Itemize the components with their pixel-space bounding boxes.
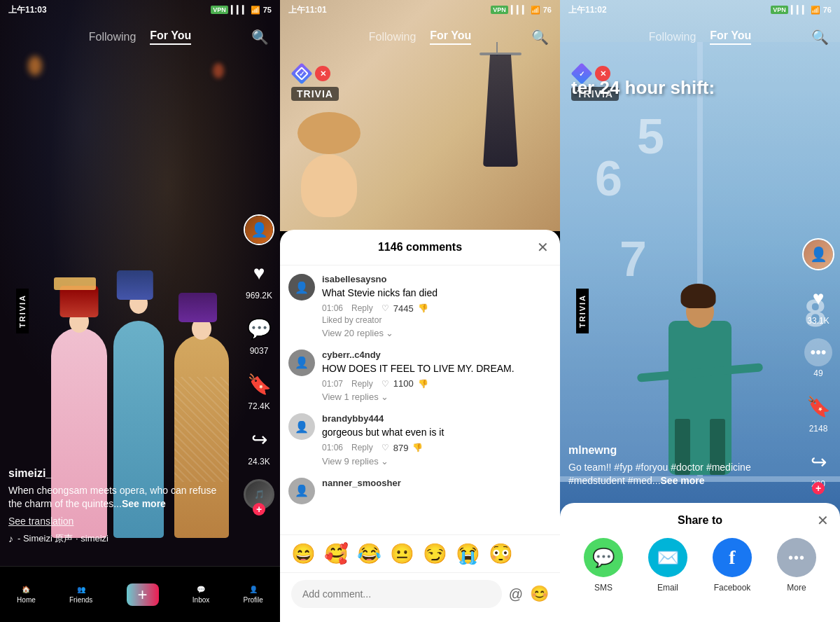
share-email[interactable]: ✉️ Email — [648, 538, 687, 593]
friends-icon-1: 👥 — [77, 586, 85, 593]
nav-foryou-3[interactable]: For You — [710, 29, 751, 45]
nav-foryou-1[interactable]: For You — [150, 29, 191, 45]
nav-foryou-2[interactable]: For You — [430, 29, 471, 45]
comment-like-1[interactable]: ♡ 1100 👎 — [382, 378, 428, 389]
like-action-3[interactable]: ♥ 33.1K — [803, 283, 834, 326]
share-facebook[interactable]: f Facebook — [713, 538, 752, 593]
dislike-icon-c1: 👎 — [418, 379, 428, 389]
comment-username-3[interactable]: nanner_smoosher — [322, 478, 552, 488]
comments-close-button[interactable]: ✕ — [537, 239, 549, 256]
user-avatar-3[interactable]: 👤 — [802, 238, 834, 270]
nav-friends-1[interactable]: 👥 Friends — [69, 586, 92, 604]
comment-reply-btn-2[interactable]: Reply — [351, 443, 373, 452]
view-replies-0[interactable]: View 20 replies ⌄ — [322, 328, 552, 338]
comment-avatar-3[interactable]: 👤 — [288, 478, 315, 504]
nav-following-1[interactable]: Following — [89, 31, 136, 43]
email-label: Email — [657, 583, 678, 593]
comment-username-1[interactable]: cyberr..c4ndy — [322, 350, 552, 360]
heart-icon-c2: ♡ — [382, 443, 389, 452]
nav-following-2[interactable]: Following — [369, 31, 416, 43]
username-1[interactable]: simeizi_ — [8, 467, 231, 480]
like-action-1[interactable]: ♥ 969.2K — [244, 258, 274, 300]
friends-label-1: Friends — [69, 596, 92, 604]
mention-icon[interactable]: @ — [509, 586, 523, 602]
signal-icon-1: ▎▎▎ — [231, 6, 248, 15]
status-time-1: 上午11:03 — [8, 4, 47, 16]
translate-btn-1[interactable]: See translation — [8, 516, 231, 527]
comments-modal: 1146 comments ✕ 👤 isabellesaysno What St… — [280, 230, 560, 622]
user-avatar-1[interactable]: 👤 — [244, 214, 274, 245]
share-header: Share to ✕ — [571, 514, 829, 527]
bookmark-action-1[interactable]: 🔖 72.4K — [244, 368, 274, 411]
see-more-3[interactable]: See more — [661, 475, 705, 486]
comments-list[interactable]: 👤 isabellesaysno What Stevie nicks fan d… — [280, 265, 560, 534]
comment-reply-btn-1[interactable]: Reply — [351, 379, 373, 389]
comment-username-0[interactable]: isabellesaysno — [322, 274, 552, 284]
music-info-1: ♪ - Simeizi 原声 · simeizi — [8, 532, 231, 545]
search-icon-1[interactable]: 🔍 — [251, 29, 269, 46]
comment-like-0[interactable]: ♡ 7445 👎 — [382, 303, 428, 314]
status-bar-2: 上午11:01 VPN ▎▎▎ 📶 76 — [280, 0, 560, 20]
comment-body-0: isabellesaysno What Stevie nicks fan die… — [322, 274, 552, 338]
signal-icon-3: ▎▎▎ — [791, 6, 808, 15]
follow-button-3[interactable]: + — [812, 482, 825, 495]
bookmark-count-1: 72.4K — [248, 401, 270, 411]
like-count-3: 33.1K — [807, 316, 829, 326]
comment-avatar-1[interactable]: 👤 — [288, 350, 315, 376]
comment-item-3: 👤 nanner_smoosher — [288, 478, 552, 504]
nav-inbox-1[interactable]: 💬 Inbox — [192, 586, 209, 604]
avatar-item-3: 👤 + — [802, 238, 834, 270]
emoji-1[interactable]: 🥰 — [324, 542, 349, 565]
emoji-3[interactable]: 😐 — [390, 542, 414, 565]
heart-icon-c1: ♡ — [382, 379, 389, 389]
view-replies-1[interactable]: View 1 replies ⌄ — [322, 392, 552, 402]
nav-create-1[interactable]: + — [127, 583, 159, 606]
comment-input[interactable] — [291, 580, 502, 608]
comments-title: 1146 comments — [378, 241, 462, 254]
view-replies-2[interactable]: View 9 replies ⌄ — [322, 456, 552, 466]
chevron-down-icon-0: ⌄ — [386, 328, 393, 338]
see-more-1[interactable]: See more — [122, 498, 166, 509]
comment-like-2[interactable]: ♡ 879 👎 — [382, 443, 424, 453]
battery-1: 75 — [263, 6, 272, 14]
trivia-badge-2: ✓ ✕ TRIVIA — [291, 63, 339, 101]
profile-label-1: Profile — [244, 596, 263, 604]
emoji-2[interactable]: 😂 — [357, 542, 382, 565]
comment-icon-3: ••• — [804, 338, 832, 366]
comment-action-3[interactable]: ••• 49 — [804, 338, 832, 378]
comment-text-1: HOW DOES IT FEEL TO LIVE MY. DREAM. — [322, 362, 552, 376]
comment-avatar-0[interactable]: 👤 — [288, 274, 315, 300]
nav-home-1[interactable]: 🏠 Home — [17, 586, 36, 604]
comment-username-2[interactable]: brandybby444 — [322, 413, 552, 424]
nav-profile-1[interactable]: 👤 Profile — [244, 586, 263, 604]
comment-count-1: 9037 — [250, 346, 269, 356]
nav-header-2: Following For You 🔍 — [280, 20, 560, 55]
emoji-6[interactable]: 😳 — [489, 542, 513, 565]
search-icon-3[interactable]: 🔍 — [811, 29, 829, 46]
music-note-icon-1: ♪ — [8, 533, 13, 544]
sms-label: SMS — [594, 583, 612, 593]
bookmark-action-3[interactable]: 🔖 2148 — [803, 391, 834, 434]
comment-avatar-2[interactable]: 👤 — [288, 413, 315, 440]
emoji-picker-icon[interactable]: 😊 — [530, 585, 549, 603]
share-more[interactable]: ••• More — [777, 538, 816, 593]
emoji-5[interactable]: 😭 — [456, 542, 480, 565]
share-close-button[interactable]: ✕ — [817, 512, 829, 529]
share-action-1[interactable]: ↪ 24.3K — [244, 424, 274, 466]
share-sms[interactable]: 💬 SMS — [584, 538, 623, 593]
follow-button-1[interactable]: + — [253, 503, 265, 516]
bottom-info-1: simeizi_ When cheongsam meets opera, who… — [8, 467, 231, 545]
email-icon: ✉️ — [648, 538, 687, 577]
search-icon-2[interactable]: 🔍 — [531, 29, 549, 46]
dislike-icon-c0: 👎 — [418, 303, 428, 313]
username-3[interactable]: mlnewng — [568, 444, 791, 457]
nav-following-3[interactable]: Following — [649, 31, 696, 43]
more-icon: ••• — [777, 538, 816, 577]
emoji-0[interactable]: 😄 — [291, 542, 316, 565]
emoji-4[interactable]: 😏 — [423, 542, 447, 565]
status-time-2: 上午11:01 — [288, 4, 327, 16]
comment-reply-btn-0[interactable]: Reply — [351, 303, 373, 313]
comment-meta-0: 01:06 Reply ♡ 7445 👎 — [322, 303, 552, 314]
bookmark-icon-1: 🔖 — [244, 368, 274, 399]
comment-action-1[interactable]: 💬 9037 — [244, 313, 274, 356]
